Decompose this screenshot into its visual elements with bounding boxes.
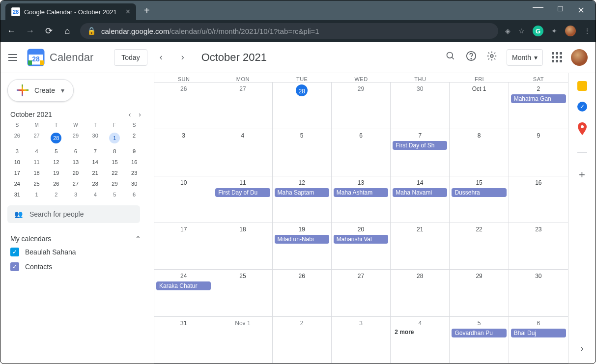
star-bookmark-icon[interactable]: ☆ [518, 27, 525, 35]
day-cell[interactable]: 28 [391, 270, 450, 316]
mini-day[interactable]: 26 [46, 181, 66, 187]
calendar-item[interactable]: ✓Contacts [7, 259, 144, 274]
new-tab-button[interactable]: + [144, 5, 150, 16]
mini-day[interactable]: 17 [7, 170, 27, 176]
mini-day[interactable]: 6 [66, 148, 85, 154]
day-cell[interactable]: 12Maha Saptam [273, 176, 332, 223]
event-chip[interactable]: Dussehra [452, 188, 506, 197]
day-number[interactable]: 6 [510, 319, 567, 328]
browser-tab[interactable]: 28 Google Calendar - October 2021 × [5, 3, 136, 20]
day-number[interactable]: 26 [155, 84, 212, 93]
day-cell[interactable]: 21 [391, 223, 450, 269]
event-chip[interactable]: Maha Navami [393, 188, 447, 197]
day-cell[interactable]: 23 [509, 223, 568, 269]
mini-day[interactable]: 29 [66, 133, 85, 143]
day-cell[interactable]: 25 [213, 270, 272, 316]
mini-day[interactable]: 9 [124, 148, 144, 154]
day-cell[interactable]: 9 [509, 129, 568, 175]
mini-calendar-title[interactable]: October 2021 [10, 111, 52, 118]
day-number[interactable]: 3 [155, 131, 212, 140]
window-close-icon[interactable]: ✕ [577, 5, 585, 16]
mini-day[interactable]: 23 [124, 170, 144, 176]
day-number[interactable]: 9 [510, 131, 567, 140]
day-number[interactable]: 23 [510, 225, 567, 234]
day-cell[interactable]: 10 [154, 176, 213, 223]
mini-day[interactable]: 8 [105, 148, 125, 154]
event-chip[interactable]: Maharishi Val [334, 235, 388, 244]
day-number[interactable]: 28 [392, 272, 448, 280]
mini-day[interactable]: 21 [85, 170, 105, 176]
day-number[interactable]: 5 [274, 131, 330, 140]
extension-diamond-icon[interactable]: ◈ [505, 27, 511, 35]
day-cell[interactable]: 29 [450, 270, 509, 316]
day-number[interactable]: 11 [214, 178, 271, 187]
mini-day[interactable]: 2 [46, 192, 66, 197]
mini-day[interactable]: 6 [124, 192, 144, 197]
back-icon[interactable]: ← [5, 26, 17, 36]
day-number[interactable]: 4 [214, 131, 271, 140]
day-number[interactable]: 25 [214, 272, 271, 280]
main-menu-icon[interactable] [8, 54, 20, 61]
day-cell[interactable]: 3 [332, 317, 391, 363]
event-chip[interactable]: Maha Saptam [275, 188, 329, 197]
mini-day[interactable]: 7 [85, 148, 105, 154]
mini-day[interactable]: 24 [7, 181, 27, 187]
day-number[interactable]: Nov 1 [214, 319, 271, 328]
day-number[interactable]: 8 [451, 131, 507, 140]
day-cell[interactable]: 11First Day of Du [213, 176, 272, 223]
grammarly-icon[interactable]: G [533, 26, 543, 36]
window-maximize-icon[interactable]: ☐ [557, 5, 564, 16]
day-number[interactable]: 12 [274, 178, 330, 187]
day-cell[interactable]: 27 [332, 270, 391, 316]
event-chip[interactable]: Govardhan Pu [452, 329, 506, 337]
day-cell[interactable]: 17 [154, 223, 213, 269]
view-selector[interactable]: Month ▾ [507, 49, 543, 66]
day-cell[interactable]: 27 [213, 83, 272, 129]
mini-day[interactable]: 4 [27, 148, 47, 154]
mini-day[interactable]: 16 [124, 159, 144, 165]
keep-icon[interactable] [577, 81, 587, 91]
day-cell[interactable]: 6 [332, 129, 391, 175]
day-number[interactable]: 30 [510, 272, 567, 280]
mini-day[interactable]: 26 [7, 133, 27, 143]
extensions-puzzle-icon[interactable]: ✦ [551, 27, 557, 35]
day-number[interactable]: 13 [333, 178, 389, 187]
reload-icon[interactable]: ⟳ [43, 26, 55, 36]
search-people-input[interactable]: 👥 Search for people [7, 205, 140, 223]
calendar-checkbox[interactable]: ✓ [10, 262, 19, 271]
mini-day[interactable]: 11 [27, 159, 47, 165]
day-number[interactable]: 14 [392, 178, 448, 187]
day-cell[interactable]: 2Mahatma Gan [509, 83, 568, 129]
mini-day[interactable]: 18 [27, 170, 47, 176]
day-number[interactable]: 27 [333, 272, 389, 280]
day-number[interactable]: 30 [392, 84, 448, 93]
browser-menu-icon[interactable]: ⋮ [584, 27, 591, 35]
day-number[interactable]: 29 [333, 84, 389, 93]
day-cell[interactable]: 2 [273, 317, 332, 363]
search-icon[interactable] [445, 51, 456, 63]
mini-day[interactable]: 1 [109, 133, 120, 143]
day-number[interactable]: 16 [510, 178, 567, 187]
day-cell[interactable]: 3 [154, 129, 213, 175]
day-number[interactable]: 28 [296, 84, 308, 96]
day-cell[interactable]: 26 [154, 83, 213, 129]
mini-day[interactable]: 14 [85, 159, 105, 165]
mini-day[interactable]: 19 [46, 170, 66, 176]
day-cell[interactable]: 30 [391, 83, 450, 129]
day-number[interactable]: 4 [392, 319, 448, 328]
google-apps-icon[interactable] [552, 52, 562, 62]
day-number[interactable]: 17 [155, 225, 212, 234]
mini-day[interactable]: 15 [105, 159, 125, 165]
day-cell[interactable]: 24Karaka Chatur [154, 270, 213, 316]
mini-day[interactable]: 28 [85, 181, 105, 187]
event-chip[interactable]: Mahatma Gan [511, 94, 566, 103]
day-cell[interactable]: 6Bhai Duj [509, 317, 568, 363]
account-avatar[interactable] [571, 49, 588, 66]
day-cell[interactable]: 5Govardhan Pu [450, 317, 509, 363]
mini-day[interactable]: 30 [85, 133, 105, 143]
event-chip[interactable]: Milad un-Nabi [275, 235, 329, 244]
mini-prev-icon[interactable]: ‹ [129, 111, 131, 118]
day-number[interactable]: 7 [392, 131, 448, 140]
day-cell[interactable]: 8 [450, 129, 509, 175]
day-cell[interactable]: Oct 1 [450, 83, 509, 129]
